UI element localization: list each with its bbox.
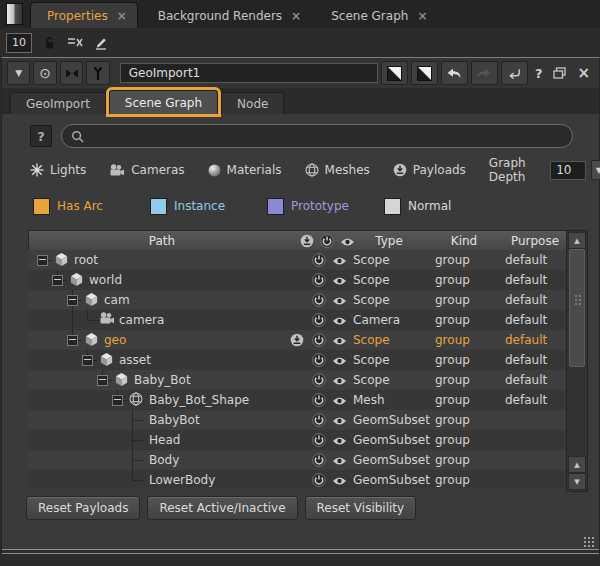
param-tab-scene-graph[interactable]: Scene Graph	[109, 90, 218, 114]
active-state-icon[interactable]	[312, 253, 326, 270]
legend-swatch	[33, 198, 50, 215]
workspace-tab-properties[interactable]: Properties×	[30, 2, 138, 28]
visibility-state-icon[interactable]	[332, 435, 347, 449]
node-name-field[interactable]: GeoImport1	[120, 63, 378, 83]
reset-payloads-button[interactable]: Reset Payloads	[26, 496, 140, 520]
scene-graph-row-babybot[interactable]: BabyBotGeomSubsetgroup	[28, 410, 568, 430]
active-state-icon[interactable]	[312, 473, 326, 488]
focus-node-button[interactable]: ⊙	[33, 61, 56, 85]
revert-button[interactable]	[501, 61, 528, 85]
workspace-tab-background-renders[interactable]: Background Renders×	[142, 3, 311, 28]
active-state-icon[interactable]	[312, 353, 326, 370]
filter-cameras[interactable]: Cameras	[109, 163, 184, 177]
close-panel-button[interactable]: ×	[573, 64, 594, 82]
param-tab-geoimport[interactable]: GeoImport	[10, 92, 106, 114]
tree-expander-icon[interactable]	[97, 375, 108, 386]
active-state-icon[interactable]	[312, 393, 326, 410]
param-tab-node[interactable]: Node	[221, 92, 284, 114]
visibility-state-icon[interactable]	[332, 415, 347, 429]
filter-lights[interactable]: Lights	[30, 163, 86, 177]
edit-pencil-icon[interactable]	[94, 36, 108, 50]
reset-visibility-button[interactable]: Reset Visibility	[305, 496, 417, 520]
visibility-state-icon[interactable]	[332, 475, 347, 488]
undo-button[interactable]	[441, 61, 468, 85]
payload-state-icon[interactable]	[290, 333, 304, 350]
filter-meshes[interactable]: Meshes	[305, 163, 370, 177]
resize-grip[interactable]	[583, 536, 596, 547]
close-tab-icon[interactable]: ×	[417, 10, 427, 22]
visibility-state-icon[interactable]	[332, 335, 347, 349]
workspace-tab-scene-graph[interactable]: Scene Graph×	[315, 3, 437, 28]
active-state-icon[interactable]	[312, 273, 326, 290]
visibility-state-icon[interactable]	[332, 255, 347, 269]
row-type: Mesh	[353, 393, 385, 407]
search-help-button[interactable]: ?	[30, 125, 52, 147]
scrollbar-thumb[interactable]	[569, 249, 585, 367]
tree-expander-icon[interactable]	[112, 395, 123, 406]
tree-expander-icon[interactable]	[52, 275, 63, 286]
row-path-label: LowerBody	[149, 473, 215, 487]
scroll-up-button-bottom[interactable]: ▲	[568, 456, 586, 473]
visibility-state-icon[interactable]	[332, 455, 347, 469]
active-state-icon[interactable]	[312, 373, 326, 390]
column-header-kind[interactable]: Kind	[427, 234, 501, 248]
collapse-panel-button[interactable]: ▼	[7, 61, 30, 85]
channels-b-button[interactable]	[411, 61, 438, 85]
scene-graph-row-head[interactable]: HeadGeomSubsetgroup	[28, 430, 568, 450]
redo-button[interactable]	[471, 61, 498, 85]
clear-panels-icon[interactable]	[67, 37, 83, 48]
float-window-icon[interactable]	[549, 67, 570, 79]
scene-graph-row-root[interactable]: rootScopegroupdefault	[28, 250, 568, 270]
filter-materials[interactable]: Materials	[208, 163, 282, 177]
visibility-state-icon[interactable]	[332, 375, 347, 389]
active-state-icon[interactable]	[312, 413, 326, 430]
scene-graph-row-baby_bot_shape[interactable]: Baby_Bot_ShapeMeshgroupdefault	[28, 390, 568, 410]
vertical-scrollbar[interactable]: ▲ ▲ ▼	[566, 230, 588, 492]
visibility-state-icon[interactable]	[332, 355, 347, 369]
active-state-icon[interactable]	[312, 333, 326, 350]
graph-depth-decrease-button[interactable]: ▼	[591, 160, 600, 180]
active-state-icon[interactable]	[312, 433, 326, 450]
filter-payloads[interactable]: Payloads	[393, 163, 466, 177]
row-purpose: default	[505, 273, 547, 287]
scene-graph-row-baby_bot[interactable]: Baby_BotScopegroupdefault	[28, 370, 568, 390]
close-tab-icon[interactable]: ×	[117, 10, 127, 22]
active-state-icon[interactable]	[312, 453, 326, 470]
scene-graph-row-body[interactable]: BodyGeomSubsetgroup	[28, 450, 568, 470]
scene-graph-row-lowerbody[interactable]: LowerBodyGeomSubsetgroup	[28, 470, 568, 488]
channels-a-button[interactable]	[381, 61, 408, 85]
search-input[interactable]	[61, 124, 573, 148]
tree-expander-icon[interactable]	[82, 355, 93, 366]
visibility-state-icon[interactable]	[332, 315, 347, 329]
active-state-icon[interactable]	[312, 293, 326, 310]
payload-column-icon[interactable]	[300, 234, 314, 251]
scene-graph-row-asset[interactable]: assetScopegroupdefault	[28, 350, 568, 370]
wrench-button[interactable]	[86, 61, 109, 85]
column-header-purpose[interactable]: Purpose	[501, 234, 569, 248]
reset-active-inactive-button[interactable]: Reset Active/Inactive	[147, 496, 297, 520]
max-panels-input[interactable]: 10	[6, 33, 32, 53]
graph-depth-input[interactable]: 10	[550, 161, 585, 180]
pane-layout-icon[interactable]	[6, 3, 23, 25]
column-header-type[interactable]: Type	[350, 234, 428, 248]
scroll-up-button[interactable]: ▲	[568, 232, 586, 249]
scroll-down-button[interactable]: ▼	[568, 473, 586, 490]
column-header-path[interactable]: Path	[29, 234, 295, 248]
scene-graph-row-geo[interactable]: geoScopegroupdefault	[28, 330, 568, 350]
help-button[interactable]: ?	[531, 66, 547, 81]
scene-graph-row-world[interactable]: worldScopegroupdefault	[28, 270, 568, 290]
node-shape-button[interactable]	[60, 61, 83, 85]
mesh-icon	[129, 392, 143, 409]
tree-expander-icon[interactable]	[37, 255, 48, 266]
lock-icon[interactable]	[43, 36, 56, 50]
close-tab-icon[interactable]: ×	[291, 10, 301, 22]
active-state-icon[interactable]	[312, 313, 326, 330]
scene-graph-row-camera[interactable]: cameraCameragroupdefault	[28, 310, 568, 330]
active-column-icon[interactable]	[320, 234, 334, 251]
tree-expander-icon[interactable]	[67, 335, 78, 346]
visibility-state-icon[interactable]	[332, 295, 347, 309]
visibility-state-icon[interactable]	[332, 275, 347, 289]
tree-expander-icon[interactable]	[67, 295, 78, 306]
scene-graph-row-cam[interactable]: camScopegroupdefault	[28, 290, 568, 310]
visibility-state-icon[interactable]	[332, 395, 347, 409]
